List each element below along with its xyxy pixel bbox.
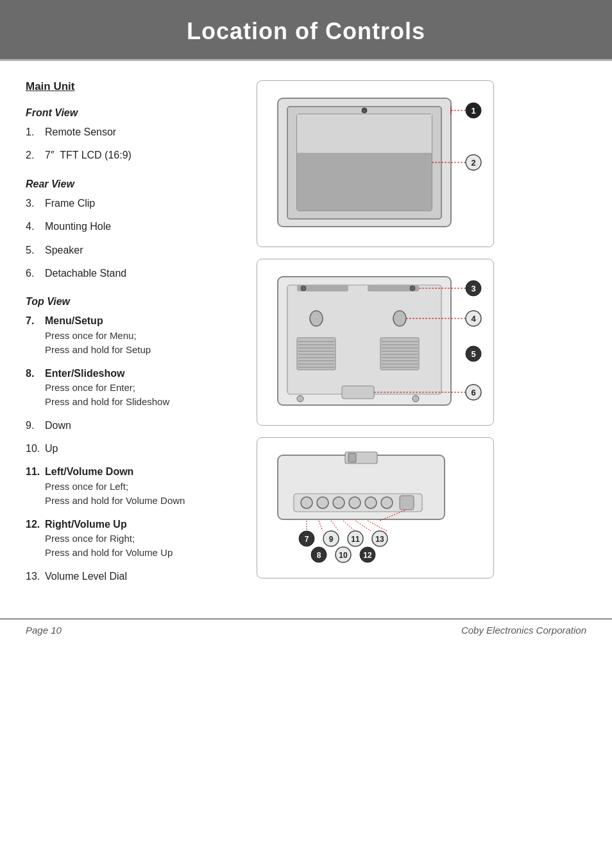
svg-point-17	[410, 286, 415, 291]
svg-rect-20	[297, 338, 336, 370]
svg-rect-5	[297, 153, 432, 211]
svg-rect-42	[342, 386, 374, 399]
item-number: 2.	[26, 148, 45, 162]
list-item: 7. Menu/Setup Press once for Menu;Press …	[26, 314, 237, 357]
svg-point-16	[301, 286, 306, 291]
svg-text:12: 12	[363, 551, 372, 560]
item-sub: Press once for Enter;Press and hold for …	[45, 382, 169, 407]
item-label: Frame Clip	[45, 196, 95, 211]
item-number: 8.	[26, 367, 45, 410]
item-content: Right/Volume Up Press once for Right;Pre…	[45, 517, 173, 560]
svg-point-40	[297, 395, 303, 402]
list-item: 6. Detachable Stand	[26, 266, 237, 281]
list-item: 4. Mounting Hole	[26, 220, 237, 234]
main-unit-title: Main Unit	[26, 80, 237, 93]
svg-rect-30	[380, 338, 419, 370]
svg-text:9: 9	[329, 535, 334, 544]
item-number: 12.	[26, 517, 45, 560]
page-header: Location of Controls	[0, 0, 612, 59]
front-view-subtitle: Front View	[26, 107, 237, 119]
svg-point-56	[333, 497, 344, 508]
list-item: 1. Remote Sensor	[26, 125, 237, 139]
item-label-bold: Enter/Slideshow	[45, 368, 124, 379]
rear-view-list: 3. Frame Clip 4. Mounting Hole 5. Speake…	[26, 196, 237, 281]
item-number: 13.	[26, 569, 45, 584]
svg-text:13: 13	[375, 535, 384, 544]
svg-point-57	[349, 497, 361, 508]
main-content: Main Unit Front View 1. Remote Sensor 2.…	[0, 61, 612, 612]
list-item: 5. Speaker	[26, 243, 237, 257]
callout-6: 6	[471, 388, 475, 397]
item-number: 4.	[26, 220, 45, 234]
item-label-bold: Left/Volume Down	[45, 466, 133, 477]
item-label: Up	[45, 442, 58, 456]
list-item: 2. 7″ TFT LCD (16:9)	[26, 148, 237, 162]
list-item: 3. Frame Clip	[26, 196, 237, 211]
footer-company: Coby Electronics Corporation	[461, 625, 586, 636]
callout-3: 3	[471, 284, 475, 293]
top-view-list: 7. Menu/Setup Press once for Menu;Press …	[26, 314, 237, 584]
item-number: 9.	[26, 419, 45, 433]
item-label: 7″ TFT LCD (16:9)	[45, 148, 132, 162]
callout-2: 2	[471, 158, 475, 168]
right-column: 1 2	[257, 80, 586, 599]
svg-point-54	[301, 497, 312, 508]
item-sub: Press once for Menu;Press and hold for S…	[45, 330, 151, 355]
item-sub: Press once for Right;Press and hold for …	[45, 533, 173, 558]
page-footer: Page 10 Coby Electronics Corporation	[0, 618, 612, 641]
svg-line-77	[331, 521, 339, 531]
svg-text:7: 7	[305, 535, 309, 544]
item-content: Left/Volume Down Press once for Left;Pre…	[45, 465, 185, 508]
svg-line-76	[319, 521, 323, 531]
list-item: 10. Up	[26, 442, 237, 456]
svg-rect-52	[348, 453, 356, 462]
item-label: Volume Level Dial	[45, 569, 127, 584]
item-number: 10.	[26, 442, 45, 456]
list-item: 8. Enter/Slideshow Press once for Enter;…	[26, 367, 237, 410]
rear-view-diagram: 3 4 5 6	[257, 259, 494, 426]
svg-point-58	[365, 497, 377, 508]
top-view-diagram: 7 9 11 13 8 10 12	[257, 437, 494, 578]
callout-4: 4	[471, 314, 476, 324]
item-number: 6.	[26, 266, 45, 281]
svg-rect-4	[297, 114, 432, 153]
front-view-svg: 1 2	[265, 89, 483, 236]
svg-text:10: 10	[339, 551, 348, 560]
svg-text:8: 8	[317, 551, 321, 560]
svg-point-41	[412, 395, 419, 402]
item-sub: Press once for Left;Press and hold for V…	[45, 481, 185, 506]
item-number: 5.	[26, 243, 45, 257]
svg-point-55	[317, 497, 328, 508]
front-view-list: 1. Remote Sensor 2. 7″ TFT LCD (16:9)	[26, 125, 237, 163]
svg-point-19	[393, 311, 406, 326]
svg-line-79	[355, 521, 371, 531]
item-label-bold: Right/Volume Up	[45, 519, 127, 530]
item-number: 11.	[26, 465, 45, 508]
svg-point-6	[362, 108, 367, 113]
callout-1: 1	[471, 106, 475, 116]
item-number: 3.	[26, 196, 45, 211]
page-title: Location of Controls	[13, 18, 599, 45]
svg-line-78	[343, 521, 355, 531]
item-content: Menu/Setup Press once for Menu;Press and…	[45, 314, 151, 357]
footer-page: Page 10	[26, 625, 62, 636]
top-view-svg: 7 9 11 13 8 10 12	[265, 446, 483, 568]
svg-point-59	[381, 497, 393, 508]
item-label: Speaker	[45, 243, 83, 257]
item-label: Remote Sensor	[45, 125, 116, 139]
svg-point-18	[310, 311, 323, 326]
list-item: 11. Left/Volume Down Press once for Left…	[26, 465, 237, 508]
front-view-diagram: 1 2	[257, 80, 494, 247]
callout-5: 5	[471, 349, 475, 359]
svg-rect-60	[400, 496, 414, 510]
item-number: 1.	[26, 125, 45, 139]
item-label: Down	[45, 419, 71, 433]
svg-text:11: 11	[351, 535, 360, 544]
left-column: Main Unit Front View 1. Remote Sensor 2.…	[26, 80, 244, 599]
list-item: 9. Down	[26, 419, 237, 433]
top-view-subtitle: Top View	[26, 296, 237, 308]
item-content: Enter/Slideshow Press once for Enter;Pre…	[45, 367, 169, 410]
rear-view-subtitle: Rear View	[26, 178, 237, 190]
svg-line-80	[368, 521, 387, 531]
item-label-bold: Menu/Setup	[45, 315, 103, 326]
